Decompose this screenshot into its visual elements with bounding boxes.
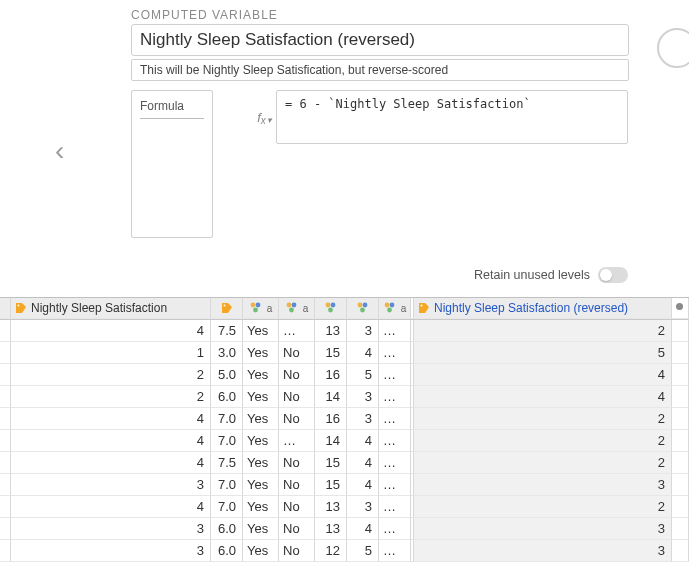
- cell-sat[interactable]: 2: [11, 386, 211, 408]
- cell-c7[interactable]: …: [379, 518, 411, 540]
- cell-c7[interactable]: …: [379, 386, 411, 408]
- cell-c4[interactable]: …: [279, 430, 315, 452]
- cell-num[interactable]: 7.5: [211, 452, 243, 474]
- column-header-2[interactable]: [211, 298, 243, 319]
- cell-num[interactable]: 7.0: [211, 496, 243, 518]
- cell-c4[interactable]: No: [279, 364, 315, 386]
- table-row[interactable]: 36.0YesNo134…3: [0, 518, 689, 540]
- cell-c6[interactable]: 4: [347, 452, 379, 474]
- cell-sat[interactable]: 4: [11, 430, 211, 452]
- cell-c3[interactable]: Yes: [243, 474, 279, 496]
- cell-c5[interactable]: 16: [315, 408, 347, 430]
- column-header-4[interactable]: a: [279, 298, 315, 319]
- cell-c4[interactable]: …: [279, 320, 315, 342]
- cell-sat[interactable]: 4: [11, 496, 211, 518]
- column-header-computed[interactable]: Nightly Sleep Satisfaction (reversed): [414, 298, 672, 319]
- variable-description-input[interactable]: [131, 59, 629, 81]
- table-row[interactable]: 36.0YesNo125…3: [0, 540, 689, 562]
- cell-sat[interactable]: 1: [11, 342, 211, 364]
- cell-c7[interactable]: …: [379, 452, 411, 474]
- cell-c7[interactable]: …: [379, 540, 411, 562]
- help-icon[interactable]: [657, 28, 689, 68]
- cell-c3[interactable]: Yes: [243, 518, 279, 540]
- cell-c4[interactable]: No: [279, 408, 315, 430]
- cell-c5[interactable]: 14: [315, 386, 347, 408]
- cell-num[interactable]: 7.0: [211, 430, 243, 452]
- cell-sat[interactable]: 3: [11, 474, 211, 496]
- cell-num[interactable]: 6.0: [211, 540, 243, 562]
- cell-c5[interactable]: 15: [315, 474, 347, 496]
- cell-c3[interactable]: Yes: [243, 540, 279, 562]
- cell-num[interactable]: 7.0: [211, 408, 243, 430]
- cell-sat[interactable]: 2: [11, 364, 211, 386]
- table-row[interactable]: 13.0YesNo154…5: [0, 342, 689, 364]
- cell-c6[interactable]: 4: [347, 518, 379, 540]
- cell-c5[interactable]: 15: [315, 452, 347, 474]
- cell-rev[interactable]: 4: [414, 386, 672, 408]
- cell-rev[interactable]: 2: [414, 452, 672, 474]
- table-row[interactable]: 47.0Yes…144…2: [0, 430, 689, 452]
- cell-rev[interactable]: 3: [414, 474, 672, 496]
- cell-rev[interactable]: 2: [414, 408, 672, 430]
- column-header-7[interactable]: a: [379, 298, 411, 319]
- cell-c6[interactable]: 4: [347, 474, 379, 496]
- cell-c5[interactable]: 14: [315, 430, 347, 452]
- cell-num[interactable]: 6.0: [211, 518, 243, 540]
- cell-c7[interactable]: …: [379, 496, 411, 518]
- cell-c7[interactable]: …: [379, 430, 411, 452]
- cell-rev[interactable]: 2: [414, 496, 672, 518]
- cell-c3[interactable]: Yes: [243, 320, 279, 342]
- column-header-5[interactable]: [315, 298, 347, 319]
- cell-c5[interactable]: 12: [315, 540, 347, 562]
- cell-rev[interactable]: 2: [414, 320, 672, 342]
- cell-c4[interactable]: No: [279, 518, 315, 540]
- cell-num[interactable]: 7.0: [211, 474, 243, 496]
- formula-input[interactable]: = 6 - `Nightly Sleep Satisfaction`: [276, 90, 628, 144]
- cell-num[interactable]: 6.0: [211, 386, 243, 408]
- table-row[interactable]: 47.5Yes…133…2: [0, 320, 689, 342]
- cell-c6[interactable]: 3: [347, 496, 379, 518]
- cell-rev[interactable]: 5: [414, 342, 672, 364]
- cell-c5[interactable]: 15: [315, 342, 347, 364]
- table-row[interactable]: 47.0YesNo133…2: [0, 496, 689, 518]
- cell-c5[interactable]: 13: [315, 518, 347, 540]
- cell-c3[interactable]: Yes: [243, 430, 279, 452]
- cell-c6[interactable]: 5: [347, 364, 379, 386]
- cell-c6[interactable]: 4: [347, 430, 379, 452]
- cell-rev[interactable]: 3: [414, 518, 672, 540]
- cell-c4[interactable]: No: [279, 540, 315, 562]
- retain-levels-toggle[interactable]: [598, 267, 628, 283]
- cell-num[interactable]: 7.5: [211, 320, 243, 342]
- cell-c5[interactable]: 13: [315, 496, 347, 518]
- column-header-6[interactable]: [347, 298, 379, 319]
- cell-c5[interactable]: 16: [315, 364, 347, 386]
- cell-num[interactable]: 5.0: [211, 364, 243, 386]
- cell-c3[interactable]: Yes: [243, 342, 279, 364]
- cell-rev[interactable]: 4: [414, 364, 672, 386]
- cell-c6[interactable]: 3: [347, 386, 379, 408]
- cell-c7[interactable]: …: [379, 364, 411, 386]
- cell-rev[interactable]: 3: [414, 540, 672, 562]
- cell-rev[interactable]: 2: [414, 430, 672, 452]
- cell-num[interactable]: 3.0: [211, 342, 243, 364]
- table-row[interactable]: 47.5YesNo154…2: [0, 452, 689, 474]
- cell-c6[interactable]: 5: [347, 540, 379, 562]
- cell-c4[interactable]: No: [279, 452, 315, 474]
- cell-c6[interactable]: 3: [347, 320, 379, 342]
- cell-c7[interactable]: …: [379, 474, 411, 496]
- column-header-satisfaction[interactable]: Nightly Sleep Satisfaction: [11, 298, 211, 319]
- cell-c6[interactable]: 4: [347, 342, 379, 364]
- cell-sat[interactable]: 4: [11, 408, 211, 430]
- cell-c4[interactable]: No: [279, 474, 315, 496]
- cell-c5[interactable]: 13: [315, 320, 347, 342]
- cell-sat[interactable]: 4: [11, 452, 211, 474]
- cell-c6[interactable]: 3: [347, 408, 379, 430]
- cell-c4[interactable]: No: [279, 386, 315, 408]
- cell-c3[interactable]: Yes: [243, 496, 279, 518]
- cell-c7[interactable]: …: [379, 320, 411, 342]
- cell-sat[interactable]: 3: [11, 518, 211, 540]
- cell-c7[interactable]: …: [379, 342, 411, 364]
- table-row[interactable]: 37.0YesNo154…3: [0, 474, 689, 496]
- table-row[interactable]: 25.0YesNo165…4: [0, 364, 689, 386]
- cell-c3[interactable]: Yes: [243, 364, 279, 386]
